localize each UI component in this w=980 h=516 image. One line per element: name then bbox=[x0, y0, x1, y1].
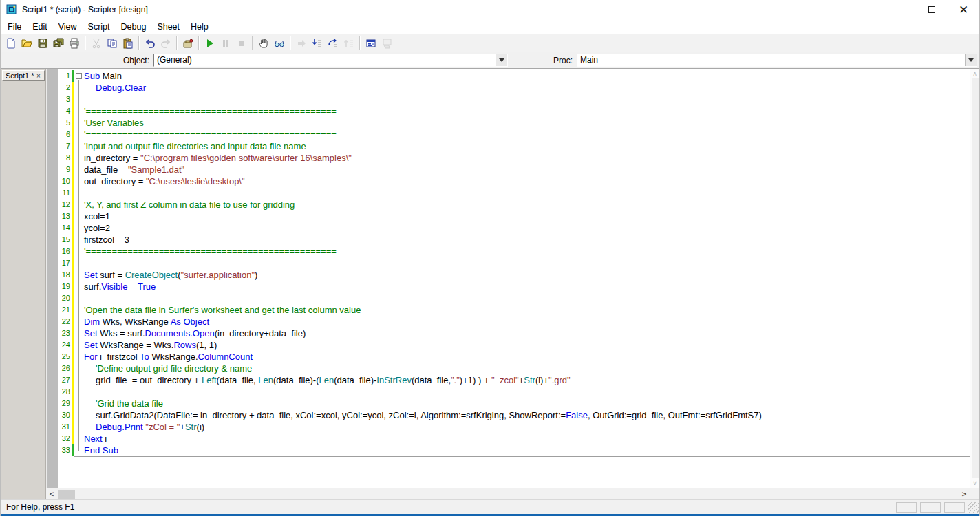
line-number: 30 bbox=[58, 409, 72, 421]
toolbar-paste-button[interactable] bbox=[120, 36, 136, 51]
code-line[interactable]: 8in_directory = "C:\program files\golden… bbox=[58, 152, 970, 164]
vertical-scrollbar-thumb[interactable] bbox=[972, 78, 979, 478]
app-window: Script1 * (script) - Scripter [design] ✕… bbox=[0, 0, 980, 516]
line-number: 28 bbox=[58, 386, 72, 398]
scroll-down-icon[interactable]: ∨ bbox=[972, 480, 977, 486]
toolbar-new-button[interactable] bbox=[3, 36, 19, 51]
menu-help[interactable]: Help bbox=[185, 21, 214, 33]
menu-view[interactable]: View bbox=[53, 21, 83, 33]
menu-debug[interactable]: Debug bbox=[116, 21, 152, 33]
line-number: 9 bbox=[58, 164, 72, 175]
fold-margin bbox=[74, 222, 84, 234]
toolbar-print-button[interactable] bbox=[66, 36, 82, 51]
code-line[interactable]: 32Next i bbox=[58, 433, 970, 444]
code-line[interactable]: 21'Open the data file in Surfer's worksh… bbox=[58, 304, 970, 316]
code-line[interactable]: 11 bbox=[58, 187, 970, 199]
print-icon bbox=[69, 38, 80, 49]
minimize-button[interactable] bbox=[884, 0, 916, 19]
code-line[interactable]: 2Debug.Clear bbox=[58, 82, 970, 94]
paste-icon bbox=[122, 38, 134, 49]
scroll-left-icon[interactable]: < bbox=[46, 490, 57, 498]
code-line[interactable]: 15firstzcol = 3 bbox=[58, 234, 970, 246]
stop-icon bbox=[236, 38, 247, 49]
toolbar-copy-button[interactable] bbox=[104, 36, 120, 51]
proc-combobox[interactable]: Main bbox=[577, 54, 977, 67]
toolbar-step-into-button[interactable] bbox=[309, 36, 325, 51]
code-line[interactable]: 31Debug.Print "zCol = "+Str(i) bbox=[58, 421, 970, 433]
toolbar-user-dialog-editor-button[interactable] bbox=[363, 36, 379, 51]
code-line[interactable]: 26'Define output grid file directory & n… bbox=[58, 363, 970, 374]
scroll-right-icon[interactable]: > bbox=[959, 490, 970, 498]
code-line[interactable]: 23Set Wks = surf.Documents.Open(in_direc… bbox=[58, 327, 970, 339]
code-line[interactable]: 20 bbox=[58, 292, 970, 304]
code-line[interactable]: 10out_directory = "C:\users\leslie\deskt… bbox=[58, 175, 970, 187]
code-line[interactable]: 5'User Variables bbox=[58, 117, 970, 129]
line-number: 8 bbox=[58, 152, 72, 164]
toolbar-run-button[interactable] bbox=[202, 36, 217, 51]
break-hand-icon bbox=[258, 38, 269, 49]
code-line[interactable]: 4'======================================… bbox=[58, 105, 970, 117]
scroll-up-icon[interactable]: ∧ bbox=[972, 70, 977, 77]
code-line[interactable]: 22Dim Wks, WksRange As Object bbox=[58, 316, 970, 327]
code-line[interactable]: 9data_file = "Sample1.dat" bbox=[58, 164, 970, 175]
maximize-button[interactable] bbox=[916, 0, 948, 19]
close-button[interactable]: ✕ bbox=[948, 0, 979, 19]
line-number: 11 bbox=[58, 187, 72, 199]
toolbar-save-all-button[interactable] bbox=[50, 36, 66, 51]
save-all-icon bbox=[53, 38, 64, 49]
resize-grip[interactable] bbox=[968, 502, 979, 513]
close-icon: ✕ bbox=[959, 4, 968, 16]
code-line[interactable]: 17 bbox=[58, 257, 970, 269]
code-line[interactable]: 3 bbox=[58, 94, 970, 105]
fold-margin bbox=[74, 129, 84, 140]
fold-collapse-icon[interactable] bbox=[76, 73, 82, 79]
fold-margin bbox=[74, 304, 84, 316]
toolbar-redo-button bbox=[158, 36, 173, 51]
code-line[interactable]: 27grid_file = out_directory + Left(data_… bbox=[58, 374, 970, 386]
tab-script1[interactable]: Script1 * × bbox=[2, 70, 45, 81]
toolbar-quick-watch-button[interactable] bbox=[271, 36, 287, 51]
code-line[interactable]: 7'Input and output file directories and … bbox=[58, 140, 970, 152]
code-line[interactable]: 33End Sub bbox=[58, 444, 970, 456]
vertical-scrollbar[interactable]: ∧ ∨ bbox=[970, 69, 979, 488]
toolbar-step-over-button[interactable] bbox=[325, 36, 341, 51]
code-line[interactable]: 25For i=firstzcol To WksRange.ColumnCoun… bbox=[58, 351, 970, 363]
fold-margin bbox=[74, 269, 84, 281]
code-line[interactable]: 6'======================================… bbox=[58, 129, 970, 140]
object-combobox[interactable]: (General) bbox=[153, 54, 508, 67]
pause-icon bbox=[220, 38, 231, 49]
horizontal-scrollbar-thumb[interactable] bbox=[58, 490, 75, 499]
line-number: 13 bbox=[58, 211, 72, 222]
horizontal-scrollbar[interactable]: < > bbox=[46, 488, 979, 499]
fold-margin bbox=[74, 199, 84, 211]
code-editor[interactable]: 1Sub Main2Debug.Clear34'================… bbox=[58, 69, 970, 488]
menu-script[interactable]: Script bbox=[83, 21, 116, 33]
object-combobox-dropdown-button[interactable] bbox=[496, 54, 507, 66]
menu-edit[interactable]: Edit bbox=[27, 21, 53, 33]
toolbar-break-hand-button[interactable] bbox=[255, 36, 271, 51]
code-line[interactable]: 29'Grid the data file bbox=[58, 398, 970, 409]
code-line[interactable]: 14ycol=2 bbox=[58, 222, 970, 234]
code-line[interactable]: 28 bbox=[58, 386, 970, 398]
menu-file[interactable]: File bbox=[2, 21, 27, 33]
code-line[interactable]: 19surf.Visible = True bbox=[58, 281, 970, 292]
code-line[interactable]: 30surf.GridData2(DataFile:= in_directory… bbox=[58, 409, 970, 421]
tab-close-icon[interactable]: × bbox=[34, 72, 43, 80]
toolbar-open-button[interactable] bbox=[19, 36, 34, 51]
toolbar-separator bbox=[290, 36, 290, 50]
code-text: End Sub bbox=[84, 444, 118, 456]
code-line[interactable]: 1Sub Main bbox=[58, 70, 970, 82]
code-line[interactable]: 18Set surf = CreateObject("surfer.applic… bbox=[58, 269, 970, 281]
breakpoint-margin[interactable] bbox=[46, 69, 58, 488]
menu-sheet[interactable]: Sheet bbox=[151, 21, 185, 33]
code-text: 'Define output grid file directory & nam… bbox=[84, 363, 252, 374]
toolbar-macro-wizard-button[interactable] bbox=[180, 36, 195, 51]
toolbar-undo-button[interactable] bbox=[142, 36, 158, 51]
toolbar-save-button[interactable] bbox=[34, 36, 50, 51]
code-line[interactable]: 13xcol=1 bbox=[58, 211, 970, 222]
proc-combobox-dropdown-button[interactable] bbox=[965, 54, 977, 66]
code-line[interactable]: 24Set WksRange = Wks.Rows(1, 1) bbox=[58, 339, 970, 351]
code-line[interactable]: 16'=====================================… bbox=[58, 246, 970, 257]
code-text: xcol=1 bbox=[84, 211, 110, 222]
code-line[interactable]: 12'X, Y, and first Z column in data file… bbox=[58, 199, 970, 211]
